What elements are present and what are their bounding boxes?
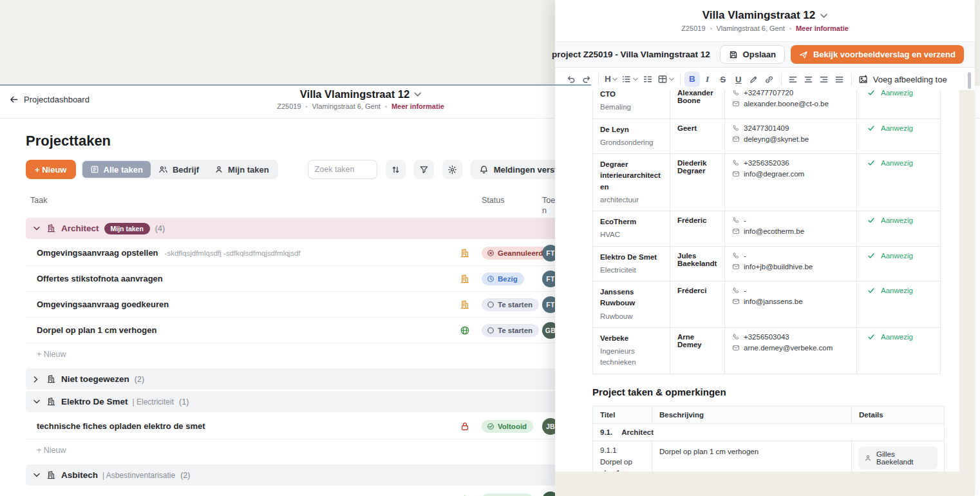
italic-button[interactable]: I [700, 72, 715, 87]
task-title: Omgevingsaanvraag goedkeuren [37, 300, 169, 309]
task-row[interactable]: technische fiches opladen elektro de sme… [26, 414, 592, 439]
status-badge[interactable]: Te starten [482, 298, 539, 311]
floppy-icon [729, 50, 738, 59]
settings-button[interactable] [442, 160, 462, 179]
task-description-field[interactable]: Dorpel op plan 1 cm verhogen [652, 441, 852, 472]
check-icon [867, 216, 875, 224]
presence-toggle[interactable]: Aanwezig [864, 287, 933, 294]
table-button[interactable] [655, 72, 676, 87]
project-code: Z25019 [277, 102, 301, 110]
tasks-table-header: Titel Beschrijving Details [593, 406, 945, 423]
bullet-list-button[interactable] [619, 72, 640, 87]
presence-toggle[interactable]: Aanwezig [864, 333, 933, 341]
group-row-asbitech[interactable]: Asbitech | Asbestinventarisatie (2) [26, 464, 592, 486]
filter-label: Bedrijf [173, 165, 199, 175]
presence-toggle[interactable]: Aanwezig [864, 216, 933, 224]
add-task-link[interactable]: + Nieuw [26, 439, 592, 461]
cancel-circle-icon [487, 249, 495, 257]
underline-button[interactable]: U [731, 72, 746, 87]
chevron-down-icon [820, 14, 827, 18]
filter-company[interactable]: Bedrijf [151, 161, 207, 178]
scrollbar-thumb[interactable] [968, 72, 971, 89]
status-badge[interactable]: Voltooid [482, 493, 533, 496]
filter-my-tasks[interactable]: Mijn taken [207, 161, 277, 178]
contact-name: Fréderci [670, 281, 725, 328]
group-name: Asbitech [61, 470, 98, 480]
presence-toggle[interactable]: Aanwezig [864, 252, 933, 260]
contact-email: info@degraer.com [744, 170, 804, 178]
task-row[interactable]: Omgevingsaanvraag goedkeuren Te starten … [26, 292, 592, 318]
task-note: -skdflqsjdfmlqsdfj -sdfkqlsdfmqjsdfmlqjs… [165, 249, 301, 257]
sort-button[interactable] [386, 160, 406, 179]
contact-name: Alexander Boone [670, 90, 725, 119]
mail-icon [732, 344, 740, 352]
check-icon [867, 90, 875, 97]
heading-button[interactable]: H [603, 72, 619, 87]
task-row[interactable]: Verekeringsattest: VOOR start werken! Vo… [26, 487, 592, 496]
task-title: Dorpel op plan 1 cm verhogen [37, 325, 156, 335]
ordered-list-button[interactable] [640, 72, 655, 87]
underline-glyph: U [735, 75, 741, 84]
more-info-link[interactable]: Meer informatie [391, 102, 444, 110]
highlight-pen-button[interactable] [746, 72, 762, 87]
task-row[interactable]: Offertes stikstofnota aanvragen Bezig FT [26, 266, 592, 292]
bold-button[interactable]: B [684, 72, 700, 87]
presence-label: Aanwezig [881, 287, 913, 294]
strikethrough-button[interactable]: S [715, 72, 731, 87]
report-title[interactable]: project Z25019 - Villa Vlamingstraat 12 … [552, 50, 712, 59]
link-button[interactable] [762, 72, 777, 87]
filter-all-tasks[interactable]: Alle taken [82, 161, 151, 178]
status-label: Voltooid [498, 423, 527, 430]
assignee-pill[interactable]: Gilles Baekelandt [858, 446, 938, 470]
group-row-architect[interactable]: Architect Mijn taken (4) [26, 218, 592, 239]
presence-toggle[interactable]: Aanwezig [864, 159, 933, 167]
align-right-button[interactable] [816, 72, 832, 87]
dot-separator [385, 106, 387, 108]
group-row-elektro-de-smet[interactable]: Elektro De Smet | Electriciteit (1) [26, 391, 592, 412]
chevron-down-icon [612, 77, 617, 81]
status-label: Geannuleerd [498, 249, 543, 257]
save-button[interactable]: Opslaan [720, 45, 785, 64]
mail-icon [732, 170, 740, 178]
project-title-dropdown[interactable]: Villa Vlamingstraat 12 [277, 88, 444, 100]
task-row[interactable]: Omgevingsaanvraag opstellen -skdflqsjdfm… [26, 240, 592, 266]
person-icon [214, 165, 223, 174]
add-task-link[interactable]: + Nieuw [26, 343, 592, 365]
status-badge[interactable]: Geannuleerd [482, 247, 549, 260]
contact-phone: 32477301409 [744, 124, 789, 132]
phone-icon [732, 159, 740, 167]
group-subtitle: | Electriciteit [133, 397, 174, 406]
align-left-button[interactable] [786, 72, 801, 87]
contact-row: EcoThermHVAC Fréderic - info@ecotherm.be… [593, 211, 941, 247]
drawer-project-title-dropdown[interactable]: Villa Vlamingstraat 12 [702, 9, 827, 22]
check-icon [867, 287, 875, 294]
presence-toggle[interactable]: Aanwezig [864, 124, 933, 132]
sort-arrows-icon [391, 165, 400, 175]
redo-button[interactable] [579, 72, 594, 87]
presence-toggle[interactable]: Aanwezig [864, 90, 933, 97]
undo-button[interactable] [563, 72, 579, 87]
new-task-button[interactable]: + Nieuw [26, 160, 76, 179]
group-row-niet-toegewezen[interactable]: Niet toegewezen (2) [26, 368, 592, 390]
preview-send-button[interactable]: Bekijk voorbeeldverslag en verzend [791, 45, 964, 64]
status-badge[interactable]: Bezig [482, 272, 524, 285]
justify-button[interactable] [832, 72, 847, 87]
back-link[interactable]: Projectdashboard [9, 95, 90, 104]
add-image-button[interactable]: Voeg afbeelding toe [856, 75, 950, 84]
tasks-section-heading: Project taken & opmerkingen [592, 386, 944, 397]
report-sheet: CTOBemaling Alexander Boone +32477707720… [555, 90, 959, 472]
toolbar-separator [598, 73, 599, 86]
align-center-button[interactable] [801, 72, 816, 87]
task-row[interactable]: Dorpel op plan 1 cm verhogen Te starten … [26, 318, 592, 343]
company-name: De Leyn [600, 124, 663, 135]
column-taak: Taak [30, 196, 453, 205]
project-address: Vlamingstraat 6, Gent [312, 102, 381, 110]
group-subtitle: | Asbestinventarisatie [102, 471, 175, 480]
search-input[interactable] [308, 160, 377, 179]
status-badge[interactable]: Voltooid [482, 420, 533, 433]
filter-button[interactable] [414, 160, 434, 179]
status-badge[interactable]: Te starten [482, 324, 539, 337]
project-subtitle: Z25019 Vlamingstraat 6, Gent Meer inform… [277, 102, 444, 110]
more-info-link[interactable]: Meer informatie [796, 24, 849, 32]
company-role: HVAC [600, 229, 663, 240]
